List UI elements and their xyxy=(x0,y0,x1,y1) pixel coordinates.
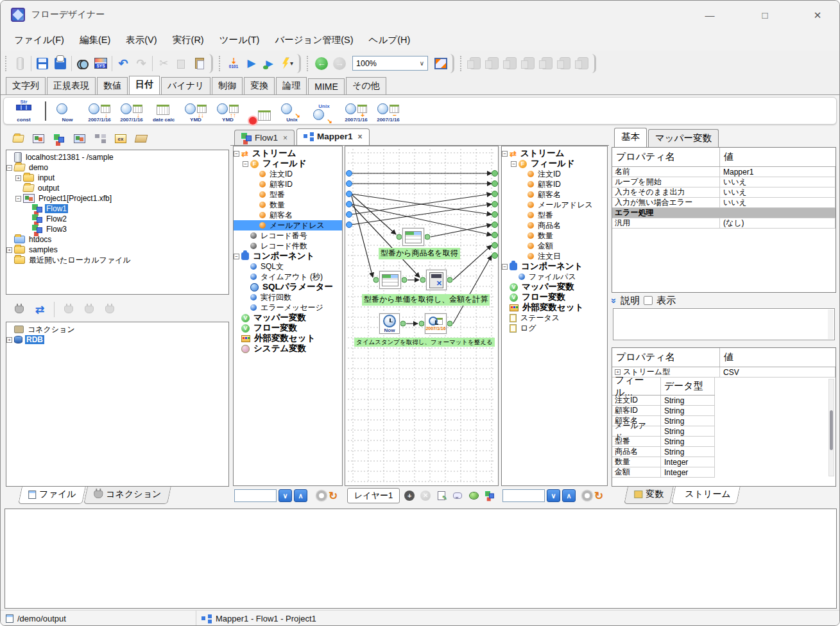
field-row[interactable]: 型番String xyxy=(612,437,715,447)
palette-item-holiday-calendar[interactable] xyxy=(246,99,273,123)
new-flow-button[interactable] xyxy=(51,130,67,147)
tree-item[interactable]: メールアドレス xyxy=(234,220,342,230)
refresh-icon[interactable]: ↻ xyxy=(594,489,603,503)
menu-item[interactable]: ヘルプ(H) xyxy=(362,31,418,49)
palette-tab[interactable]: 正規表現 xyxy=(47,77,96,94)
vcs-add-button[interactable] xyxy=(556,55,574,73)
property-row[interactable]: 汎用(なし) xyxy=(612,218,836,229)
tree-item[interactable]: 型番 xyxy=(502,210,607,220)
connect-button[interactable] xyxy=(11,301,28,318)
palette-item-date-calc[interactable]: date calc xyxy=(150,99,177,123)
search-up-button[interactable]: ∧ xyxy=(562,489,576,502)
undo-button[interactable]: ↶ xyxy=(114,55,132,73)
tree-item[interactable]: 数量 xyxy=(502,230,607,241)
tree-item[interactable]: −Fフィールド xyxy=(502,159,607,169)
tree-item[interactable]: 金額 xyxy=(502,241,607,251)
canvas-node-lookup-table-1[interactable] xyxy=(402,228,424,246)
expander-icon[interactable]: − xyxy=(234,151,239,157)
panel-tab[interactable]: コネクション xyxy=(83,487,171,504)
run-button[interactable]: ▶ xyxy=(243,55,261,73)
debug-run-button[interactable]: ▶ xyxy=(261,55,279,73)
tree-item[interactable]: 実行回数 xyxy=(234,292,342,302)
external-varset-button[interactable]: ex xyxy=(112,130,129,147)
palette-item-date-diff[interactable]: −2007/1/16 xyxy=(375,99,402,123)
tree-item[interactable]: −コンポーネント xyxy=(502,261,607,272)
target-search-input[interactable] xyxy=(502,489,545,502)
panel-tab[interactable]: 変数 xyxy=(624,487,674,504)
tree-item[interactable]: 注文日 xyxy=(502,251,607,261)
cut-button[interactable]: ✂ xyxy=(155,55,173,73)
field-row[interactable]: 数量Integer xyxy=(612,457,715,467)
tree-item[interactable]: 外部変数セット xyxy=(234,333,342,343)
expander-icon[interactable]: + xyxy=(15,175,21,181)
tree-item[interactable]: Vフロー変数 xyxy=(234,323,342,333)
tree-item[interactable]: output xyxy=(6,183,228,193)
tree-item[interactable]: Flow1 xyxy=(6,204,228,214)
palette-tab[interactable]: バイナリ xyxy=(161,77,210,94)
tree-item[interactable]: −Fフィールド xyxy=(234,159,342,169)
menu-item[interactable]: 実行(R) xyxy=(166,31,211,49)
panel-tab[interactable]: ファイル xyxy=(18,487,86,504)
tree-item[interactable]: +RDB xyxy=(6,335,228,345)
tree-item[interactable]: ステータス xyxy=(502,313,607,323)
expander-icon[interactable]: − xyxy=(502,264,508,270)
palette-item-datetime-set[interactable]: ↓2007/1/16 xyxy=(118,99,145,123)
menu-item[interactable]: 表示(V) xyxy=(119,31,164,49)
search-up-button[interactable]: ∧ xyxy=(294,489,307,502)
scrollbar[interactable] xyxy=(828,379,834,476)
expander-icon[interactable]: − xyxy=(234,254,239,259)
source-search-input[interactable] xyxy=(234,489,277,502)
vcs-commit-button[interactable] xyxy=(484,55,502,73)
property-row[interactable]: ループを開始いいえ xyxy=(612,177,836,187)
canvas-node-lookup-table-2[interactable] xyxy=(379,271,401,289)
tree-item[interactable]: Vマッパー変数 xyxy=(234,313,342,323)
tree-item[interactable]: 注文ID xyxy=(502,169,607,179)
property-tab[interactable]: 基本 xyxy=(614,128,647,147)
canvas-node-calculator[interactable] xyxy=(426,270,447,290)
scrollbar-thumb[interactable] xyxy=(830,410,833,450)
expander-icon[interactable]: − xyxy=(502,151,508,157)
layer-tab[interactable]: レイヤー1 xyxy=(347,488,400,503)
search-down-button[interactable]: ∨ xyxy=(547,489,560,502)
tree-item[interactable]: 顧客ID xyxy=(502,179,607,189)
palette-tab[interactable]: MIME xyxy=(308,78,345,94)
tree-item[interactable]: +samples xyxy=(6,245,228,255)
tree-item[interactable]: localhost:21381 - /sample xyxy=(6,152,228,162)
field-row[interactable]: 金額Integer xyxy=(612,467,715,478)
menu-item[interactable]: バージョン管理(S) xyxy=(268,31,360,49)
debug-mapper-button[interactable] xyxy=(467,489,480,502)
tree-item[interactable]: Flow2 xyxy=(6,214,228,224)
tree-item[interactable]: 顧客名 xyxy=(502,189,607,200)
menu-item[interactable]: 編集(E) xyxy=(73,31,117,49)
field-row[interactable]: 商品名String xyxy=(612,447,715,457)
flow-link-button[interactable] xyxy=(483,489,496,502)
palette-item-string-const[interactable]: Strconst xyxy=(10,99,37,123)
palette-tab[interactable]: 日付 xyxy=(129,76,160,94)
property-row[interactable]: 入力をそのまま出力いいえ xyxy=(612,187,836,198)
palette-tab[interactable]: 変換 xyxy=(244,77,275,94)
tree-item[interactable]: コネクション xyxy=(6,324,228,335)
property-section-row[interactable]: エラー処理 xyxy=(612,208,836,218)
vcs-checkout-button[interactable] xyxy=(502,55,520,73)
tree-item[interactable]: −Project1[Project1.xfb] xyxy=(6,193,228,204)
property-tab[interactable]: マッパー変数 xyxy=(648,129,719,147)
redo-button[interactable]: ↷ xyxy=(132,55,150,73)
tree-item[interactable]: −コンポーネント xyxy=(234,251,342,261)
property-row[interactable]: 名前Mapper1 xyxy=(612,167,836,177)
tree-item[interactable]: 注文ID xyxy=(234,169,342,179)
palette-item-from-unix[interactable]: Unix↘ xyxy=(311,99,338,123)
connect-server-button[interactable] xyxy=(11,55,29,73)
compile-button[interactable]: ⇣0101 xyxy=(225,55,243,73)
document-tab[interactable]: Mapper1× xyxy=(296,128,370,145)
save-connection-button[interactable] xyxy=(60,301,77,318)
gear-icon[interactable] xyxy=(582,491,592,501)
fit-to-window-button[interactable] xyxy=(432,55,450,73)
tree-item[interactable]: ファイルパス xyxy=(502,272,607,282)
mapper-canvas[interactable]: Now2007/1/16型番から商品名を取得型番から単価を取得し、金額を計算タイ… xyxy=(345,146,499,486)
tree-item[interactable]: ログ xyxy=(502,323,607,333)
system-settings-button[interactable]: SYS xyxy=(92,55,110,73)
vcs-revert-button[interactable] xyxy=(520,55,538,73)
refresh-icon[interactable]: ↻ xyxy=(329,489,338,503)
tree-item[interactable]: 数量 xyxy=(234,200,342,210)
tree-item[interactable]: Vフロー変数 xyxy=(502,292,607,302)
